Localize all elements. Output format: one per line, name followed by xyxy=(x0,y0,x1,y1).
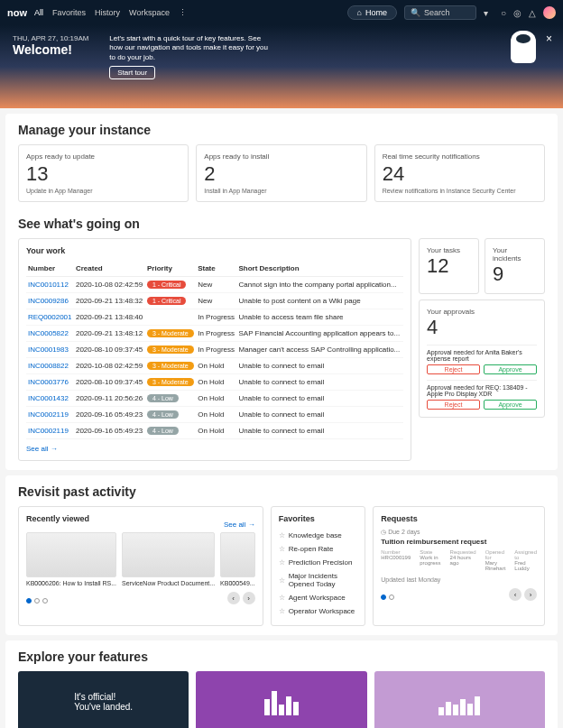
favorite-item[interactable]: ☆Knowledge base xyxy=(279,529,358,542)
favorite-item[interactable]: ☆Re-open Rate xyxy=(279,542,358,556)
priority-badge: 3 - Moderate xyxy=(147,362,194,370)
stat-card[interactable]: Real time security notifications24Review… xyxy=(374,144,545,202)
approvals-card: Your approvals 4 Approval needed for Ani… xyxy=(419,299,545,418)
bell-icon[interactable]: △ xyxy=(529,8,536,18)
ticket-link[interactable]: INC0010112 xyxy=(28,281,69,289)
request-name[interactable]: Tuition reimbursement request xyxy=(381,538,537,546)
nav-favorites[interactable]: Favorites xyxy=(52,8,86,17)
work-table: NumberCreatedPriorityStateShort Descript… xyxy=(26,261,403,439)
ticket-link[interactable]: INC0008822 xyxy=(28,362,69,370)
priority-badge: 1 - Critical xyxy=(147,297,187,305)
start-tour-button[interactable]: Start tour xyxy=(109,66,155,79)
topbar: now All Favorites History Workspace ⋮ ⌂H… xyxy=(0,0,563,25)
logo: now xyxy=(7,7,27,18)
refresh-icon[interactable]: ○ xyxy=(501,8,506,18)
feature-card[interactable]: Order a graphSearch in your own words to… xyxy=(374,671,545,728)
see-all-link[interactable]: See all → xyxy=(26,445,58,453)
ticket-link[interactable]: REQ0002001 xyxy=(28,313,71,321)
feature-card[interactable]: It's official! You've landed.Landing Pag… xyxy=(18,671,189,728)
reject-button[interactable]: Reject xyxy=(427,400,480,410)
ticket-link[interactable]: INC0002119 xyxy=(28,410,69,419)
recently-viewed-panel: Recently viewed See all → KB0006206: How… xyxy=(18,506,263,626)
home-pill[interactable]: ⌂Home xyxy=(347,5,397,20)
favorite-item[interactable]: ☆Operator Workspace xyxy=(279,604,358,618)
home-icon: ⌂ xyxy=(357,8,362,17)
ticket-link[interactable]: INC0009286 xyxy=(28,297,69,305)
revisit-heading: Revisit past activity xyxy=(18,484,545,499)
astronaut-graphic xyxy=(511,31,536,63)
hero-date: THU, APR 27, 10:19AM xyxy=(13,34,88,42)
favorite-item[interactable]: ☆Prediction Precision xyxy=(279,556,358,569)
priority-badge: 3 - Moderate xyxy=(147,346,194,354)
ticket-link[interactable]: INC0003776 xyxy=(28,378,69,386)
approval-item: Approval needed for Anita Baker's expens… xyxy=(427,345,537,374)
priority-badge: 1 - Critical xyxy=(147,281,187,289)
favorite-item[interactable]: ☆Major Incidents Opened Today xyxy=(279,569,358,591)
approve-button[interactable]: Approve xyxy=(484,364,537,374)
nav-all[interactable]: All xyxy=(34,8,43,17)
favorites-panel: Favorites ☆Knowledge base☆Re-open Rate☆P… xyxy=(271,506,366,626)
tasks-card[interactable]: Your tasks 12 xyxy=(419,238,479,294)
prev-arrow-icon[interactable]: ‹ xyxy=(227,592,240,604)
priority-badge: 4 - Low xyxy=(147,394,179,402)
approve-button[interactable]: Approve xyxy=(484,400,537,410)
your-work-panel: Your work NumberCreatedPriorityStateShor… xyxy=(18,238,411,461)
star-icon: ☆ xyxy=(279,531,285,539)
close-icon[interactable]: × xyxy=(546,32,552,45)
explore-section: Explore your features It's official! You… xyxy=(5,640,558,728)
table-row[interactable]: INC00101122020-10-08 02:42:591 - Critica… xyxy=(26,277,403,293)
req-dots[interactable] xyxy=(381,594,394,600)
recent-item[interactable]: ServiceNow Product Document... xyxy=(122,532,215,586)
req-prev-icon[interactable]: ‹ xyxy=(509,588,521,601)
avatar[interactable] xyxy=(543,6,556,19)
topnav: All Favorites History Workspace ⋮ xyxy=(34,8,187,17)
recent-item[interactable]: KB0006206: How to Install RS... xyxy=(26,532,116,586)
priority-badge: 3 - Moderate xyxy=(147,329,194,337)
hero-blurb: Let's start with a quick tour of key fea… xyxy=(109,34,272,62)
recent-see-all[interactable]: See all → xyxy=(224,521,255,529)
table-row[interactable]: REQ00020012020-09-21 13:48:40In Progress… xyxy=(26,309,403,326)
feature-card[interactable]: Visualize your dataUse dashboards to cre… xyxy=(196,671,366,728)
reject-button[interactable]: Reject xyxy=(427,364,480,374)
your-work-title: Your work xyxy=(26,246,403,255)
star-icon: ☆ xyxy=(279,545,285,553)
table-row[interactable]: INC00021192020-09-16 05:49:234 - LowOn H… xyxy=(26,407,403,423)
manage-heading: Manage your instance xyxy=(18,123,545,137)
table-row[interactable]: INC00092862020-09-21 13:48:321 - Critica… xyxy=(26,293,403,309)
help-icon[interactable]: ◎ xyxy=(513,8,521,18)
table-row[interactable]: INC00019832020-08-10 09:37:453 - Moderat… xyxy=(26,342,403,358)
star-icon: ☆ xyxy=(279,607,285,615)
req-next-icon[interactable]: › xyxy=(524,588,537,601)
star-icon: ☆ xyxy=(279,594,285,602)
going-heading: See what's going on xyxy=(18,217,545,231)
search-input[interactable]: 🔍Search xyxy=(404,5,476,20)
revisit-section: Revisit past activity Recently viewed Se… xyxy=(5,475,558,635)
nav-more-icon[interactable]: ⋮ xyxy=(179,8,187,17)
next-arrow-icon[interactable]: › xyxy=(243,592,255,604)
stat-card[interactable]: Apps ready to update13Update in App Mana… xyxy=(18,144,189,202)
favorite-item[interactable]: ☆Agent Workspace xyxy=(279,591,358,604)
ticket-link[interactable]: INC0001983 xyxy=(28,346,69,354)
ticket-link[interactable]: INC0005822 xyxy=(28,329,69,337)
ticket-link[interactable]: INC0001432 xyxy=(28,394,69,402)
priority-badge: 3 - Moderate xyxy=(147,378,194,386)
nav-history[interactable]: History xyxy=(95,8,120,17)
table-row[interactable]: INC00088222020-10-08 02:42:593 - Moderat… xyxy=(26,358,403,374)
recent-item[interactable]: KB000549... xyxy=(220,532,255,586)
search-dropdown-icon[interactable]: ▾ xyxy=(484,8,488,18)
top-icons: ○ ◎ △ xyxy=(501,6,556,19)
table-row[interactable]: INC00037762020-08-10 09:37:453 - Moderat… xyxy=(26,374,403,391)
star-icon: ☆ xyxy=(279,558,285,567)
priority-badge: 4 - Low xyxy=(147,427,179,435)
carousel-dots[interactable] xyxy=(26,598,48,604)
ticket-link[interactable]: INC0002119 xyxy=(28,427,69,435)
approval-item: Approval needed for REQ: 138409 - Apple … xyxy=(427,380,537,410)
manage-section: Manage your instance Apps ready to updat… xyxy=(5,114,558,470)
nav-workspace[interactable]: Workspace xyxy=(129,8,170,17)
table-row[interactable]: INC00014322020-09-11 20:56:264 - LowOn H… xyxy=(26,391,403,407)
incidents-card[interactable]: Your incidents 9 xyxy=(485,238,545,294)
priority-badge: 4 - Low xyxy=(147,410,179,419)
table-row[interactable]: INC00058222020-09-21 13:48:123 - Moderat… xyxy=(26,326,403,342)
stat-card[interactable]: Apps ready to install2Install in App Man… xyxy=(196,144,366,202)
table-row[interactable]: INC00021192020-09-16 05:49:234 - LowOn H… xyxy=(26,423,403,439)
